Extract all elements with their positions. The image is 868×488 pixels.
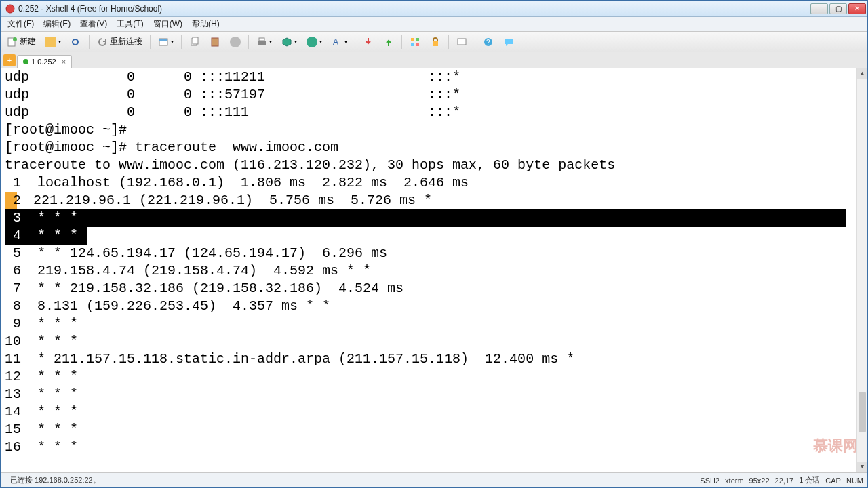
term-line: traceroute to www.imooc.com (116.213.120… [5,157,867,174]
menu-edit[interactable]: 编辑(E) [39,17,75,31]
titlebar: 0.252 - Xshell 4 (Free for Home/School) … [1,1,867,17]
app-icon [5,3,16,14]
status-termtype: xterm [725,476,744,485]
copy-icon [189,37,200,47]
svg-rect-7 [212,38,218,46]
svg-rect-11 [411,38,414,41]
download-icon [363,37,374,47]
transfer-up-button[interactable] [380,35,397,49]
status-connection: 已连接 192.168.0.252:22。 [10,475,100,485]
find-button[interactable] [226,35,244,49]
lock-button[interactable] [427,35,444,49]
window-title: 0.252 - Xshell 4 (Free for Home/School) [18,4,810,14]
menu-view[interactable]: 查看(V) [76,17,111,31]
help-button[interactable]: ? [479,35,497,49]
search-icon [230,37,241,47]
paste-button[interactable] [206,35,224,49]
tab-strip: + 1 0.252 × [1,52,867,68]
term-line: 11 * 211.157.15.118.static.in-addr.arpa … [5,350,867,368]
svg-rect-8 [258,41,266,45]
scroll-thumb[interactable] [859,392,866,432]
terminal[interactable]: udp 0 0 :::11211 :::* udp 0 0 :::57197 :… [1,68,867,472]
font-button[interactable]: A▾ [328,35,351,49]
chat-button[interactable] [500,35,517,49]
svg-rect-9 [259,38,264,41]
properties-button[interactable]: ▾ [155,35,177,49]
term-line: 8 8.131 (159.226.253.45) 4.357 ms * * [5,298,867,315]
new-session-button[interactable]: 新建 [3,35,39,49]
language-button[interactable]: ▾ [303,35,326,49]
term-line: 9 * * * [5,315,867,333]
close-button[interactable]: ✕ [848,3,866,14]
term-line: 13 * * * [5,386,867,403]
vertical-scrollbar[interactable]: ▲ ▼ [856,68,867,472]
globe-icon [307,37,317,47]
term-line: 16 * * * [5,439,867,456]
transfer-down-button[interactable] [359,35,377,49]
menubar: 文件(F) 编辑(E) 查看(V) 工具(T) 窗口(W) 帮助(H) [1,17,867,32]
term-line: udp 0 0 :::111 :::* [5,104,867,121]
scroll-down-button[interactable]: ▼ [857,462,867,472]
menu-help[interactable]: 帮助(H) [188,17,224,31]
svg-rect-14 [416,43,419,46]
svg-rect-15 [433,41,438,46]
maximize-button[interactable]: ▢ [829,3,847,14]
term-line-selected: 4 * * * [5,227,867,245]
copy-button[interactable] [186,35,203,49]
minimize-button[interactable]: – [810,3,828,14]
term-line: 12 * * * [5,368,867,386]
font-icon: A [332,37,342,47]
screen-icon [456,37,467,47]
term-line: 10 * * * [5,333,867,350]
term-line: 14 * * * [5,403,867,421]
term-line: 2 221.219.96.1 (221.219.96.1) 5.756 ms 5… [5,192,867,209]
term-line: 5 * * 124.65.194.17 (124.65.194.17) 6.29… [5,245,867,262]
menu-file[interactable]: 文件(F) [3,17,38,31]
status-size: 95x22 [749,476,770,485]
status-capslock: CAP [825,476,841,485]
link-icon [71,37,81,47]
menu-tools[interactable]: 工具(T) [113,17,147,31]
term-line: 15 * * * [5,421,867,439]
reconnect-button[interactable]: 重新连接 [94,35,146,49]
window-icon [158,37,169,47]
grid-icon [410,37,420,47]
highlight-marker: 2 [5,192,17,209]
svg-point-2 [13,37,17,41]
new-icon [7,37,18,47]
svg-rect-13 [411,43,414,46]
connected-indicator-icon [23,59,28,64]
svg-rect-16 [458,39,466,45]
tab-close-button[interactable]: × [62,58,66,66]
toolbar: 新建 ▾ 重新连接 ▾ ▾ ▾ ▾ A▾ ? [1,32,867,52]
scroll-up-button[interactable]: ▲ [857,68,867,79]
lock-icon [430,37,441,47]
chat-icon [503,37,514,47]
add-tab-button[interactable]: + [3,54,16,66]
status-sessions: 1 会话 [799,475,820,485]
print-button[interactable]: ▾ [253,35,275,49]
fullscreen-button[interactable] [453,35,471,49]
menu-window[interactable]: 窗口(W) [149,17,186,31]
new-label: 新建 [20,36,36,47]
app-window: 0.252 - Xshell 4 (Free for Home/School) … [0,0,868,488]
tab-label: 1 0.252 [31,58,56,66]
reconnect-label: 重新连接 [110,36,142,47]
upload-icon [383,37,394,47]
color-button[interactable]: ▾ [278,35,300,49]
link-button[interactable] [67,35,85,49]
status-cursor-pos: 22,17 [775,476,794,485]
svg-point-0 [6,5,14,13]
svg-text:?: ? [486,39,490,46]
session-tab[interactable]: 1 0.252 × [17,55,72,68]
open-button[interactable]: ▾ [42,35,64,49]
folder-icon [45,37,56,47]
term-line-selected: 3 * * * [5,209,867,227]
statusbar: 已连接 192.168.0.252:22。 SSH2 xterm 95x22 2… [1,472,867,487]
svg-rect-4 [159,39,167,41]
status-numlock: NUM [846,476,863,485]
tile-button[interactable] [406,35,424,49]
term-line: udp 0 0 :::11211 :::* [5,68,867,86]
cube-icon [281,37,292,47]
svg-text:A: A [333,37,338,47]
